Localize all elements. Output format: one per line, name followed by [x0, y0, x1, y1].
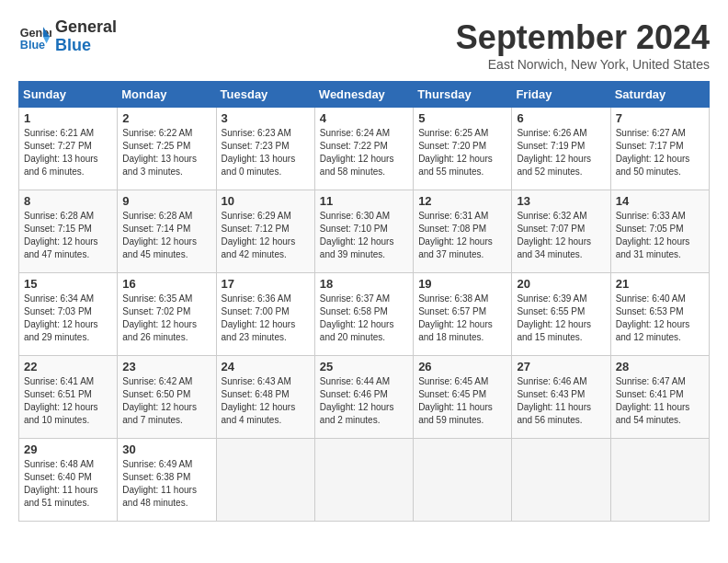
day-number: 26	[418, 360, 506, 373]
day-cell-21: 21 Sunrise: 6:40 AM Sunset: 6:53 PM Dayl…	[610, 273, 709, 356]
day-cell-13: 13 Sunrise: 6:32 AM Sunset: 7:07 PM Dayl…	[512, 190, 610, 273]
day-info: Sunrise: 6:36 AM Sunset: 7:00 PM Dayligh…	[222, 293, 310, 344]
month-year-title: September 2024	[456, 18, 710, 57]
day-info: Sunrise: 6:28 AM Sunset: 7:14 PM Dayligh…	[122, 210, 210, 261]
day-cell-2: 2 Sunrise: 6:22 AM Sunset: 7:25 PM Dayli…	[118, 108, 216, 190]
col-header-saturday: Saturday	[610, 82, 709, 108]
day-info: Sunrise: 6:32 AM Sunset: 7:07 PM Dayligh…	[517, 210, 605, 261]
empty-cell	[314, 439, 413, 522]
day-cell-23: 23 Sunrise: 6:42 AM Sunset: 6:50 PM Dayl…	[118, 356, 216, 439]
page-header: General Blue General Blue September 2024…	[18, 18, 710, 72]
day-info: Sunrise: 6:27 AM Sunset: 7:17 PM Dayligh…	[616, 127, 704, 178]
day-number: 2	[122, 111, 210, 125]
day-cell-16: 16 Sunrise: 6:35 AM Sunset: 7:02 PM Dayl…	[118, 273, 216, 356]
day-cell-20: 20 Sunrise: 6:39 AM Sunset: 6:55 PM Dayl…	[512, 273, 610, 356]
day-number: 6	[517, 111, 605, 125]
col-header-thursday: Thursday	[414, 82, 512, 108]
day-number: 29	[24, 442, 112, 456]
day-number: 10	[222, 194, 310, 208]
day-info: Sunrise: 6:35 AM Sunset: 7:02 PM Dayligh…	[122, 293, 210, 344]
day-info: Sunrise: 6:26 AM Sunset: 7:19 PM Dayligh…	[517, 127, 605, 178]
location-subtitle: East Norwich, New York, United States	[456, 57, 710, 72]
svg-text:Blue: Blue	[20, 38, 45, 51]
day-number: 5	[418, 111, 506, 125]
empty-cell	[216, 439, 314, 522]
day-cell-3: 3 Sunrise: 6:23 AM Sunset: 7:23 PM Dayli…	[216, 108, 314, 190]
day-info: Sunrise: 6:33 AM Sunset: 7:05 PM Dayligh…	[616, 210, 704, 261]
day-info: Sunrise: 6:31 AM Sunset: 7:08 PM Dayligh…	[418, 210, 506, 261]
day-cell-5: 5 Sunrise: 6:25 AM Sunset: 7:20 PM Dayli…	[414, 108, 512, 190]
day-number: 22	[24, 360, 112, 373]
day-number: 30	[122, 442, 210, 456]
day-info: Sunrise: 6:44 AM Sunset: 6:46 PM Dayligh…	[320, 375, 408, 427]
day-cell-11: 11 Sunrise: 6:30 AM Sunset: 7:10 PM Dayl…	[314, 190, 413, 273]
day-cell-26: 26 Sunrise: 6:45 AM Sunset: 6:45 PM Dayl…	[414, 356, 512, 439]
empty-cell	[610, 439, 709, 522]
day-cell-19: 19 Sunrise: 6:38 AM Sunset: 6:57 PM Dayl…	[414, 273, 512, 356]
day-info: Sunrise: 6:30 AM Sunset: 7:10 PM Dayligh…	[320, 210, 408, 261]
day-number: 9	[122, 194, 210, 208]
day-number: 12	[418, 194, 506, 208]
day-number: 25	[320, 360, 408, 373]
day-info: Sunrise: 6:47 AM Sunset: 6:41 PM Dayligh…	[616, 375, 704, 427]
calendar-week-1: 1 Sunrise: 6:21 AM Sunset: 7:27 PM Dayli…	[19, 108, 710, 190]
empty-cell	[414, 439, 512, 522]
day-cell-25: 25 Sunrise: 6:44 AM Sunset: 6:46 PM Dayl…	[314, 356, 413, 439]
title-area: September 2024 East Norwich, New York, U…	[456, 18, 710, 72]
calendar-week-2: 8 Sunrise: 6:28 AM Sunset: 7:15 PM Dayli…	[19, 190, 710, 273]
logo-icon: General Blue	[18, 20, 51, 53]
day-number: 24	[222, 360, 310, 373]
day-cell-1: 1 Sunrise: 6:21 AM Sunset: 7:27 PM Dayli…	[19, 108, 118, 190]
day-info: Sunrise: 6:49 AM Sunset: 6:38 PM Dayligh…	[122, 458, 210, 510]
day-cell-28: 28 Sunrise: 6:47 AM Sunset: 6:41 PM Dayl…	[610, 356, 709, 439]
calendar-table: SundayMondayTuesdayWednesdayThursdayFrid…	[18, 81, 710, 522]
day-number: 16	[122, 277, 210, 291]
day-cell-27: 27 Sunrise: 6:46 AM Sunset: 6:43 PM Dayl…	[512, 356, 610, 439]
day-info: Sunrise: 6:34 AM Sunset: 7:03 PM Dayligh…	[24, 293, 112, 344]
day-info: Sunrise: 6:28 AM Sunset: 7:15 PM Dayligh…	[24, 210, 112, 261]
logo-general: General	[55, 18, 117, 37]
day-info: Sunrise: 6:24 AM Sunset: 7:22 PM Dayligh…	[320, 127, 408, 178]
day-info: Sunrise: 6:22 AM Sunset: 7:25 PM Dayligh…	[122, 127, 210, 178]
day-cell-7: 7 Sunrise: 6:27 AM Sunset: 7:17 PM Dayli…	[610, 108, 709, 190]
day-number: 28	[616, 360, 704, 373]
empty-cell	[512, 439, 610, 522]
day-info: Sunrise: 6:37 AM Sunset: 6:58 PM Dayligh…	[320, 293, 408, 344]
day-cell-10: 10 Sunrise: 6:29 AM Sunset: 7:12 PM Dayl…	[216, 190, 314, 273]
calendar-week-5: 29 Sunrise: 6:48 AM Sunset: 6:40 PM Dayl…	[19, 439, 710, 522]
day-number: 3	[222, 111, 310, 125]
day-number: 11	[320, 194, 408, 208]
day-number: 17	[222, 277, 310, 291]
calendar-week-4: 22 Sunrise: 6:41 AM Sunset: 6:51 PM Dayl…	[19, 356, 710, 439]
col-header-sunday: Sunday	[19, 82, 118, 108]
day-cell-17: 17 Sunrise: 6:36 AM Sunset: 7:00 PM Dayl…	[216, 273, 314, 356]
day-info: Sunrise: 6:25 AM Sunset: 7:20 PM Dayligh…	[418, 127, 506, 178]
day-cell-15: 15 Sunrise: 6:34 AM Sunset: 7:03 PM Dayl…	[19, 273, 118, 356]
day-cell-24: 24 Sunrise: 6:43 AM Sunset: 6:48 PM Dayl…	[216, 356, 314, 439]
day-cell-30: 30 Sunrise: 6:49 AM Sunset: 6:38 PM Dayl…	[118, 439, 216, 522]
day-cell-4: 4 Sunrise: 6:24 AM Sunset: 7:22 PM Dayli…	[314, 108, 413, 190]
day-info: Sunrise: 6:45 AM Sunset: 6:45 PM Dayligh…	[418, 375, 506, 427]
day-info: Sunrise: 6:21 AM Sunset: 7:27 PM Dayligh…	[24, 127, 112, 178]
day-cell-29: 29 Sunrise: 6:48 AM Sunset: 6:40 PM Dayl…	[19, 439, 118, 522]
day-number: 15	[24, 277, 112, 291]
day-number: 7	[616, 111, 704, 125]
col-header-wednesday: Wednesday	[314, 82, 413, 108]
day-number: 1	[24, 111, 112, 125]
day-info: Sunrise: 6:43 AM Sunset: 6:48 PM Dayligh…	[222, 375, 310, 427]
day-number: 13	[517, 194, 605, 208]
day-info: Sunrise: 6:38 AM Sunset: 6:57 PM Dayligh…	[418, 293, 506, 344]
day-cell-8: 8 Sunrise: 6:28 AM Sunset: 7:15 PM Dayli…	[19, 190, 118, 273]
logo: General Blue General Blue	[18, 18, 117, 55]
day-cell-12: 12 Sunrise: 6:31 AM Sunset: 7:08 PM Dayl…	[414, 190, 512, 273]
col-header-monday: Monday	[118, 82, 216, 108]
day-number: 14	[616, 194, 704, 208]
day-number: 20	[517, 277, 605, 291]
day-number: 19	[418, 277, 506, 291]
day-cell-14: 14 Sunrise: 6:33 AM Sunset: 7:05 PM Dayl…	[610, 190, 709, 273]
day-info: Sunrise: 6:41 AM Sunset: 6:51 PM Dayligh…	[24, 375, 112, 427]
day-cell-18: 18 Sunrise: 6:37 AM Sunset: 6:58 PM Dayl…	[314, 273, 413, 356]
day-number: 18	[320, 277, 408, 291]
logo-blue: Blue	[55, 37, 117, 55]
day-info: Sunrise: 6:40 AM Sunset: 6:53 PM Dayligh…	[616, 293, 704, 344]
